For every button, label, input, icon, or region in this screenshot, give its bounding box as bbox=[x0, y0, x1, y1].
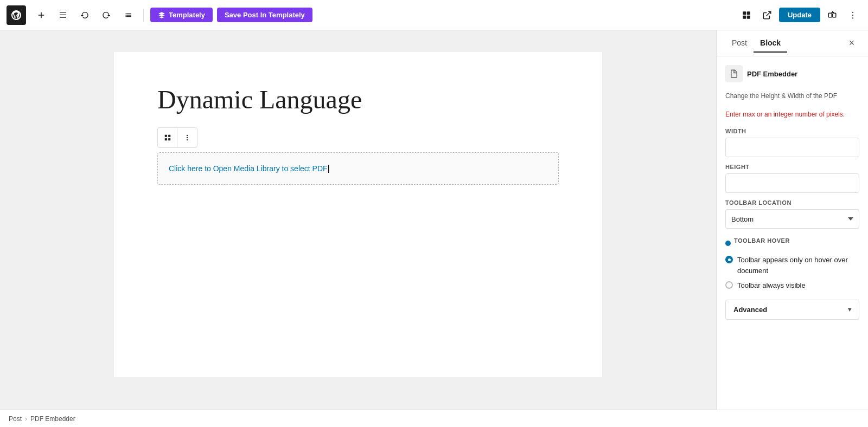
radio-always-empty bbox=[725, 281, 733, 289]
radio-hover-selected bbox=[725, 256, 733, 263]
height-label: HEIGHT bbox=[725, 164, 859, 170]
chevron-down-icon: ▾ bbox=[848, 306, 851, 313]
view-mode-button[interactable] bbox=[738, 7, 755, 24]
preview-button[interactable] bbox=[758, 7, 776, 24]
block-name-label: PDF Embedder bbox=[747, 70, 797, 78]
svg-rect-10 bbox=[164, 138, 167, 140]
toolbar-right: Update bbox=[738, 7, 861, 24]
svg-point-13 bbox=[187, 137, 188, 138]
list-view-button[interactable] bbox=[119, 7, 137, 24]
post-title[interactable]: Dynamic Language bbox=[157, 85, 559, 114]
tools-button[interactable] bbox=[54, 7, 72, 24]
close-sidebar-button[interactable]: × bbox=[844, 36, 859, 51]
block-type-button[interactable] bbox=[158, 128, 177, 147]
svg-rect-2 bbox=[743, 15, 746, 18]
radio-always-label[interactable]: Toolbar always visible bbox=[737, 280, 806, 291]
pdf-block[interactable]: Click here to Open Media Library to sele… bbox=[157, 152, 559, 185]
svg-rect-3 bbox=[747, 15, 750, 18]
radio-hover-label[interactable]: Toolbar appears only on hover over docum… bbox=[737, 255, 859, 276]
width-input[interactable] bbox=[725, 138, 859, 157]
settings-sidebar-button[interactable] bbox=[824, 7, 841, 24]
editor-canvas: Dynamic Language Click here to Open Medi… bbox=[114, 52, 602, 377]
update-button[interactable]: Update bbox=[779, 8, 820, 22]
svg-point-7 bbox=[852, 17, 853, 18]
toolbar-hover-section: TOOLBAR HOVER Toolbar appears only on ho… bbox=[725, 237, 859, 291]
svg-point-6 bbox=[852, 14, 853, 15]
block-name-row: PDF Embedder bbox=[725, 65, 859, 82]
pdf-media-library-link[interactable]: Click here to Open Media Library to sele… bbox=[169, 164, 328, 173]
block-hint: Enter max or an integer number of pixels… bbox=[725, 109, 859, 119]
width-label: WIDTH bbox=[725, 128, 859, 134]
advanced-label: Advanced bbox=[733, 306, 767, 314]
svg-line-4 bbox=[766, 11, 770, 16]
templately-button[interactable]: Templately bbox=[150, 8, 213, 22]
sidebar-content: PDF Embedder Change the Height & Width o… bbox=[717, 56, 868, 410]
svg-rect-1 bbox=[747, 11, 750, 15]
undo-button[interactable] bbox=[76, 7, 93, 24]
advanced-header[interactable]: Advanced ▾ bbox=[726, 300, 859, 319]
svg-point-14 bbox=[187, 139, 188, 140]
block-toolbar bbox=[157, 127, 197, 148]
radio-hover-inner bbox=[728, 258, 731, 261]
tab-post[interactable]: Post bbox=[725, 34, 754, 53]
right-sidebar: Post Block × PDF Embedder Change the Hei… bbox=[716, 30, 868, 410]
svg-point-12 bbox=[187, 135, 188, 136]
top-toolbar: Templately Save Post In Templately Updat… bbox=[0, 0, 868, 30]
toolbar-hover-dot bbox=[725, 241, 731, 246]
redo-button[interactable] bbox=[98, 7, 115, 24]
save-templately-button[interactable]: Save Post In Templately bbox=[217, 8, 312, 22]
editor-area: Dynamic Language Click here to Open Medi… bbox=[0, 30, 716, 410]
radio-row-always: Toolbar always visible bbox=[725, 280, 859, 291]
more-options-button[interactable] bbox=[844, 7, 861, 24]
breadcrumb-separator: › bbox=[25, 415, 27, 423]
main-area: Dynamic Language Click here to Open Medi… bbox=[0, 30, 868, 410]
svg-rect-8 bbox=[164, 135, 167, 137]
sidebar-header: Post Block × bbox=[717, 30, 868, 56]
add-block-button[interactable] bbox=[33, 7, 50, 24]
toolbar-sep-1 bbox=[143, 9, 144, 22]
pdf-embedder-icon bbox=[725, 65, 743, 82]
svg-point-5 bbox=[852, 11, 853, 12]
block-description: Change the Height & Width of the PDF bbox=[725, 91, 859, 101]
radio-row-hover: Toolbar appears only on hover over docum… bbox=[725, 255, 859, 276]
breadcrumb-current: PDF Embedder bbox=[30, 415, 75, 423]
toolbar-location-select[interactable]: Bottom Top None bbox=[725, 209, 859, 229]
advanced-section: Advanced ▾ bbox=[725, 300, 859, 320]
toolbar-hover-label: TOOLBAR HOVER bbox=[734, 237, 790, 244]
block-options-button[interactable] bbox=[177, 128, 197, 147]
svg-rect-11 bbox=[168, 138, 170, 140]
status-bar: Post › PDF Embedder bbox=[0, 410, 868, 427]
toolbar-location-label: TOOLBAR LOCATION bbox=[725, 199, 859, 206]
tab-block[interactable]: Block bbox=[754, 34, 787, 53]
svg-rect-0 bbox=[743, 11, 746, 15]
height-input[interactable] bbox=[725, 173, 859, 193]
cursor: | bbox=[328, 164, 330, 173]
breadcrumb-post[interactable]: Post bbox=[9, 415, 22, 423]
svg-rect-9 bbox=[168, 135, 170, 137]
wordpress-logo bbox=[7, 5, 26, 25]
